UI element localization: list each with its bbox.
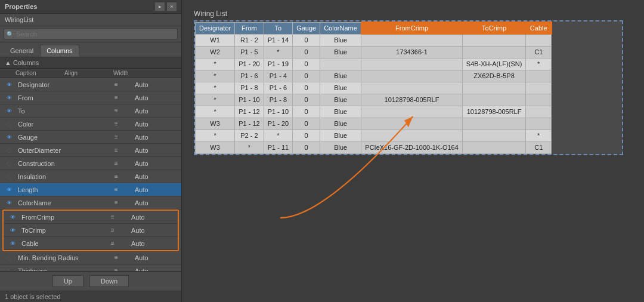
eye-icon-to[interactable]: 👁 [2, 108, 16, 114]
table-cell [526, 94, 552, 106]
column-row-to[interactable]: 👁To≡Auto [0, 104, 181, 118]
table-cell: 0 [293, 94, 320, 106]
col-header-width: Width [113, 70, 143, 76]
table-cell: * [526, 130, 552, 141]
wiring-col-header-designator: Designator [196, 22, 235, 34]
column-name: Min. Bending Radius [16, 254, 101, 261]
table-cell: 0 [293, 58, 320, 70]
column-row-tocrimp[interactable]: 👁ToCrimp≡Auto [4, 224, 178, 237]
column-row-colorname[interactable]: 👁ColorName≡Auto [0, 196, 181, 209]
eye-icon-designator[interactable]: 👁 [2, 82, 16, 88]
table-row: W3*P1 - 110BluePCIeX16-GF-2D-1000-1K-O16… [196, 141, 552, 153]
column-row-designator[interactable]: 👁Designator≡Auto [0, 78, 181, 91]
column-width: Auto [128, 214, 163, 221]
eye-icon-from[interactable]: 👁 [2, 95, 16, 101]
table-row: *P1 - 8P1 - 60Blue [196, 82, 552, 94]
section-header-columns[interactable]: ▲ Columns [0, 57, 181, 69]
table-cell: 0 [293, 141, 320, 153]
column-row-min.-bending-radius[interactable]: ◌Min. Bending Radius≡Auto [0, 251, 181, 264]
column-header-row: Caption Align Width [0, 69, 181, 78]
table-cell: * [264, 130, 292, 141]
table-cell: ZX62D-B-5P8 [462, 70, 526, 82]
up-button[interactable]: Up [52, 275, 83, 287]
table-cell: 0 [293, 106, 320, 118]
wiring-col-header-fromcrimp: FromCrimp [361, 22, 463, 34]
eye-icon-outerdiameter[interactable]: ◌ [2, 147, 16, 153]
table-cell: S4B-XH-A(LF)(SN) [462, 58, 526, 70]
table-cell: 0 [293, 118, 320, 130]
table-cell: 0 [293, 82, 320, 94]
table-cell: * [196, 82, 235, 94]
column-align-icon: ≡ [101, 173, 131, 180]
column-row-cable[interactable]: 👁Cable≡Auto [4, 237, 178, 250]
eye-icon-length[interactable]: 👁 [2, 187, 16, 193]
pin-button[interactable]: ▸ [155, 2, 165, 11]
table-cell [526, 34, 552, 46]
properties-panel: Properties ▸ × WiringList 🔍 General Colu… [0, 0, 182, 302]
table-cell [462, 46, 526, 58]
column-row-insulation[interactable]: ◌Insulation≡Auto [0, 170, 181, 183]
column-row-construction[interactable]: ◌Construction≡Auto [0, 157, 181, 170]
eye-icon-insulation[interactable]: ◌ [2, 174, 16, 180]
column-name: To [16, 107, 101, 115]
eye-icon-fromcrimp[interactable]: 👁 [6, 214, 19, 220]
down-button[interactable]: Down [89, 275, 129, 287]
wiring-col-header-colorname: ColorName [320, 22, 361, 34]
tab-columns[interactable]: Columns [40, 45, 79, 57]
table-cell: P1 - 10 [264, 106, 292, 118]
table-cell: C1 [526, 46, 552, 58]
column-row-from[interactable]: 👁From≡Auto [0, 91, 181, 104]
table-cell: W1 [196, 34, 235, 46]
wiring-table-container: DesignatorFromToGaugeColorNameFromCrimpT… [194, 20, 623, 155]
table-cell: W3 [196, 141, 235, 153]
wiring-col-header-to: To [264, 22, 292, 34]
table-cell: Blue [320, 118, 361, 130]
eye-icon-cable[interactable]: 👁 [6, 241, 19, 246]
table-cell: P1 - 20 [235, 58, 264, 70]
table-cell: P1 - 8 [264, 94, 292, 106]
column-row-length[interactable]: 👁Length≡Auto [0, 183, 181, 196]
column-row-outerdiameter[interactable]: ◌OuterDiameter≡Auto [0, 144, 181, 157]
table-cell: 0 [293, 130, 320, 141]
table-cell: Blue [320, 70, 361, 82]
table-row: *P1 - 20P1 - 190S4B-XH-A(LF)(SN)* [196, 58, 552, 70]
column-row-thickness[interactable]: ◌Thickness≡Auto [0, 264, 181, 271]
bottom-buttons: Up Down [0, 271, 181, 291]
column-row-fromcrimp[interactable]: 👁FromCrimp≡Auto [4, 211, 178, 224]
table-cell: * [196, 94, 235, 106]
table-cell [462, 34, 526, 46]
column-align-icon: ≡ [101, 254, 131, 261]
panel-titlebar: Properties ▸ × [0, 0, 181, 14]
column-name: Insulation [16, 173, 101, 180]
column-align-icon: ≡ [101, 186, 131, 193]
wiring-col-header-tocrimp: ToCrimp [462, 22, 526, 34]
column-name: Construction [16, 160, 101, 167]
close-button[interactable]: × [167, 2, 177, 11]
table-row: *P1 - 10P1 - 80Blue10128798-005RLF [196, 94, 552, 106]
eye-icon-tocrimp[interactable]: 👁 [6, 227, 19, 233]
eye-icon-construction[interactable]: ◌ [2, 161, 16, 167]
table-row: *P1 - 12P1 - 100Blue10128798-005RLF [196, 106, 552, 118]
search-input[interactable] [16, 30, 175, 38]
column-row-color[interactable]: ◌Color≡Auto [0, 118, 181, 131]
table-cell: P1 - 4 [264, 70, 292, 82]
table-cell: Blue [320, 130, 361, 141]
search-input-wrap[interactable]: 🔍 [4, 29, 178, 39]
table-cell [361, 34, 463, 46]
panel-title: Properties [5, 3, 37, 10]
search-bar: 🔍 [0, 26, 181, 42]
eye-icon-colorname[interactable]: 👁 [2, 200, 16, 206]
table-cell: * [196, 58, 235, 70]
table-cell [462, 130, 526, 141]
tab-general[interactable]: General [4, 45, 40, 57]
table-cell: P1 - 8 [235, 82, 264, 94]
eye-icon-color[interactable]: ◌ [2, 121, 16, 127]
eye-icon-gauge[interactable]: 👁 [2, 134, 16, 140]
column-row-gauge[interactable]: 👁Gauge≡Auto [0, 131, 181, 144]
table-cell: 0 [293, 34, 320, 46]
eye-icon-min. bending radius[interactable]: ◌ [2, 255, 16, 261]
table-cell: 0 [293, 46, 320, 58]
titlebar-buttons: ▸ × [155, 2, 177, 11]
column-width: Auto [128, 240, 163, 247]
table-row: W1R1 - 2P1 - 140Blue [196, 34, 552, 46]
